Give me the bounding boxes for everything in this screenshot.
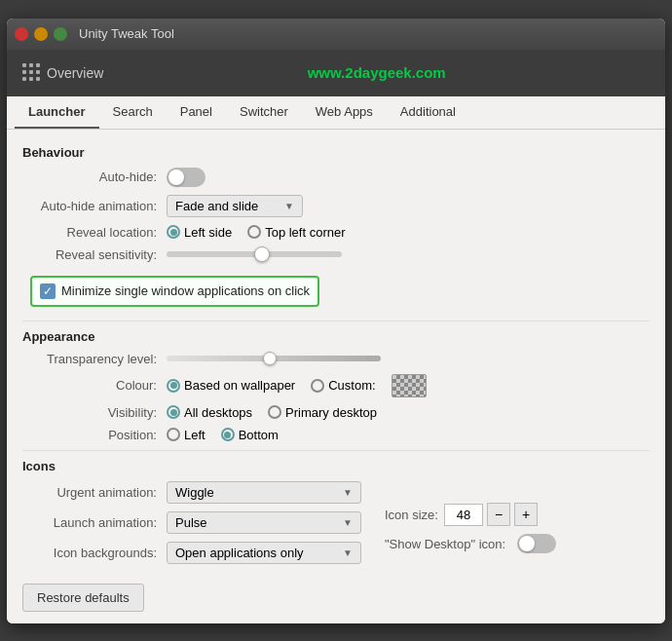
tab-panel[interactable]: Panel: [167, 96, 226, 129]
show-desktop-label: "Show Desktop" icon:: [385, 537, 505, 551]
icon-size-decrease-button[interactable]: −: [487, 503, 510, 526]
position-left-label: Left: [184, 428, 205, 442]
visibility-radio-group: All desktops Primary desktop: [167, 405, 377, 420]
behaviour-section: Behaviour Auto-hide: Auto-hide animation…: [22, 145, 650, 313]
autohide-animation-value: Fade and slide: [175, 199, 258, 213]
reveal-sensitivity-label: Reveal sensitivity:: [30, 247, 157, 262]
grid-icon: [22, 63, 41, 82]
urgent-animation-row: Urgent animation: Wiggle ▼: [22, 481, 361, 504]
reveal-location-radio-group: Left side Top left corner: [167, 225, 346, 240]
window-title: Unity Tweak Tool: [79, 26, 174, 41]
tab-launcher[interactable]: Launcher: [15, 96, 99, 129]
colour-custom-label: Custom:: [328, 378, 375, 393]
visibility-primary-label: Primary desktop: [285, 405, 377, 420]
transparency-thumb[interactable]: [263, 352, 277, 365]
icon-backgrounds-row: Icon backgrounds: Open applications only…: [22, 542, 361, 564]
icon-size-row: Icon size: 48 − +: [385, 503, 556, 526]
colour-custom-option[interactable]: Custom:: [311, 378, 375, 393]
icon-size-increase-button[interactable]: +: [514, 503, 538, 526]
position-bottom-option[interactable]: Bottom: [221, 428, 279, 442]
urgent-dropdown-arrow-icon: ▼: [343, 487, 353, 498]
colour-wallpaper-label: Based on wallpaper: [184, 378, 295, 393]
reveal-location-row: Reveal location: Left side Top left corn…: [22, 225, 650, 240]
colour-label: Colour:: [30, 378, 157, 393]
icons-section: Icons Urgent animation: Wiggle ▼ Launch: [22, 459, 650, 572]
appearance-title: Appearance: [22, 329, 650, 344]
position-bottom-label: Bottom: [239, 428, 279, 442]
reveal-left-side-option[interactable]: Left side: [167, 225, 232, 240]
position-left-radio-outer: [167, 428, 180, 441]
main-window: Unity Tweak Tool Overview www.2daygeek.c…: [7, 19, 665, 623]
launch-animation-dropdown[interactable]: Pulse ▼: [167, 511, 361, 534]
section-divider-1: [22, 320, 650, 321]
autohide-animation-dropdown[interactable]: Fade and slide ▼: [167, 195, 303, 217]
tab-switcher[interactable]: Switcher: [226, 96, 302, 129]
maximize-button[interactable]: [54, 27, 67, 41]
visibility-all-label: All desktops: [184, 405, 252, 420]
minimize-checkbox-row[interactable]: ✓ Minimize single window applications on…: [30, 276, 319, 307]
urgent-animation-dropdown[interactable]: Wiggle ▼: [167, 481, 361, 504]
colour-wallpaper-radio-outer: [167, 379, 180, 393]
icon-size-value[interactable]: 48: [444, 504, 483, 526]
show-desktop-toggle[interactable]: [517, 534, 556, 553]
launch-animation-value: Pulse: [175, 515, 207, 530]
tab-additional[interactable]: Additional: [387, 96, 469, 129]
icons-title: Icons: [22, 459, 650, 473]
launch-dropdown-arrow-icon: ▼: [343, 517, 353, 528]
transparency-slider[interactable]: [167, 356, 381, 361]
reveal-topleft-radio-outer: [247, 225, 261, 239]
overview-label[interactable]: Overview: [47, 65, 103, 81]
reveal-top-left-option[interactable]: Top left corner: [247, 225, 345, 240]
position-bottom-radio-inner: [224, 432, 231, 438]
transparency-row: Transparency level:: [22, 352, 650, 366]
reveal-sensitivity-slider[interactable]: [167, 251, 342, 257]
show-desktop-row: "Show Desktop" icon:: [385, 534, 556, 553]
visibility-row: Visibility: All desktops Primary desktop: [22, 405, 650, 420]
visibility-primary-option[interactable]: Primary desktop: [268, 405, 377, 420]
icon-size-label: Icon size:: [385, 508, 438, 522]
tab-bar: Launcher Search Panel Switcher Web Apps …: [7, 96, 665, 130]
dropdown-arrow-icon: ▼: [284, 201, 294, 211]
autohide-animation-row: Auto-hide animation: Fade and slide ▼: [22, 195, 650, 217]
reveal-location-label: Reveal location:: [30, 225, 157, 240]
icon-backgrounds-label: Icon backgrounds:: [30, 546, 157, 560]
minimize-checkbox[interactable]: ✓: [40, 283, 56, 299]
autohide-animation-label: Auto-hide animation:: [30, 199, 157, 213]
tab-search[interactable]: Search: [99, 96, 167, 129]
position-left-option[interactable]: Left: [167, 428, 205, 442]
position-label: Position:: [30, 428, 157, 442]
visibility-label: Visibility:: [30, 405, 157, 420]
urgent-animation-value: Wiggle: [175, 485, 214, 500]
footer: Restore defaults: [22, 580, 650, 612]
icons-right-column: Icon size: 48 − + "Show Desktop" icon:: [385, 481, 556, 572]
icons-left-column: Urgent animation: Wiggle ▼ Launch animat…: [22, 481, 361, 572]
minimize-button[interactable]: [34, 27, 48, 41]
position-bottom-radio-outer: [221, 428, 235, 441]
autohide-toggle[interactable]: [167, 168, 205, 187]
transparency-label: Transparency level:: [30, 352, 157, 366]
custom-color-picker[interactable]: [392, 374, 427, 397]
backgrounds-dropdown-arrow-icon: ▼: [343, 547, 353, 558]
appearance-section: Appearance Transparency level: Colour: B…: [22, 329, 650, 442]
minimize-row: ✓ Minimize single window applications on…: [22, 270, 650, 313]
close-button[interactable]: [15, 27, 28, 41]
launch-animation-label: Launch animation:: [30, 515, 157, 530]
section-divider-2: [22, 450, 650, 451]
reveal-topleft-label: Top left corner: [265, 225, 345, 240]
header-bar: Overview www.2daygeek.com: [7, 50, 665, 96]
visibility-all-radio-inner: [170, 409, 177, 416]
reveal-left-radio-outer: [167, 225, 180, 239]
launch-animation-row: Launch animation: Pulse ▼: [22, 511, 361, 534]
visibility-all-desktops-option[interactable]: All desktops: [167, 405, 252, 420]
colour-row: Colour: Based on wallpaper Custom:: [22, 374, 650, 397]
watermark: www.2daygeek.com: [308, 64, 446, 81]
visibility-all-radio-outer: [167, 405, 180, 419]
minimize-label: Minimize single window applications on c…: [61, 283, 310, 298]
reveal-sensitivity-thumb[interactable]: [254, 246, 270, 262]
colour-wallpaper-option[interactable]: Based on wallpaper: [167, 378, 295, 393]
tab-webapps[interactable]: Web Apps: [302, 96, 387, 129]
visibility-primary-radio-outer: [268, 405, 281, 419]
restore-defaults-button[interactable]: Restore defaults: [22, 584, 144, 612]
content-area: Behaviour Auto-hide: Auto-hide animation…: [7, 130, 665, 623]
icon-backgrounds-dropdown[interactable]: Open applications only ▼: [167, 542, 361, 564]
